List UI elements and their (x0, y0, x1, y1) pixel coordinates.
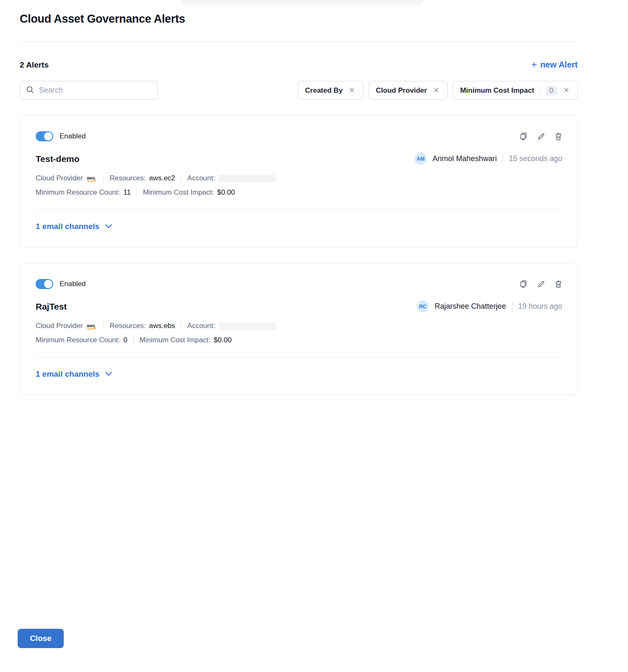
filter-chip-cloud-provider[interactable]: Cloud Provider ✕ (368, 81, 448, 100)
meta-row-thresholds: Minimum Resource Count: 11 Minimum Cost … (36, 188, 562, 197)
chevron-down-icon (105, 370, 112, 378)
plus-icon: + (531, 60, 537, 70)
filter-chip-created-by[interactable]: Created By ✕ (298, 81, 363, 100)
min-cost-impact-label: Minimum Cost Impact: (143, 188, 214, 197)
email-channels-expander[interactable]: 1 email channels (36, 358, 562, 395)
email-channels-label: 1 email channels (36, 222, 99, 231)
updated-timestamp: 15 seconds ago (509, 154, 562, 163)
author-name: Anmol Maheshwari (433, 154, 497, 163)
alert-name: Test-demo (36, 154, 80, 164)
divider (503, 154, 503, 164)
svg-text:aws: aws (87, 323, 95, 328)
divider (512, 301, 512, 312)
close-icon[interactable]: ✕ (348, 86, 356, 95)
status-label: Enabled (60, 132, 86, 141)
min-cost-impact-value: $0.00 (217, 188, 235, 197)
svg-text:aws: aws (87, 175, 95, 180)
provider-label: Cloud Provider (36, 322, 83, 330)
duplicate-button[interactable] (519, 280, 527, 288)
count-row: 2 Alerts + new Alert (20, 60, 578, 70)
resources-value: aws.ec2 (149, 174, 175, 182)
filter-row: Created By ✕ Cloud Provider ✕ Minimum Co… (20, 81, 578, 100)
avatar: AM (415, 153, 427, 165)
enabled-toggle[interactable] (36, 279, 53, 289)
resources-label: Resources: (109, 322, 145, 330)
aws-icon: aws (86, 323, 97, 331)
card-title-row: RajTest RC Rajarshee Chatterjee 19 hours… (36, 300, 562, 313)
toggle-knob (44, 280, 52, 288)
filter-chip-label: Cloud Provider (376, 86, 427, 95)
card-actions (519, 280, 562, 288)
meta-row-thresholds: Minimum Resource Count: 0 Minimum Cost I… (36, 336, 562, 344)
email-channels-expander[interactable]: 1 email channels (36, 210, 562, 247)
edit-button[interactable] (537, 280, 545, 288)
divider (103, 322, 104, 330)
meta-row-provider: Cloud Provider aws Resources: aws.ebs Ac… (36, 322, 562, 330)
divider (103, 174, 104, 182)
delete-button[interactable] (555, 280, 562, 288)
search-input[interactable] (39, 86, 151, 95)
close-button[interactable]: Close (18, 629, 64, 648)
page-title: Cloud Asset Governance Alerts (20, 13, 578, 26)
author-block: AM Anmol Maheshwari 15 seconds ago (415, 153, 562, 165)
account-label: Account: (187, 174, 215, 182)
meta-row-provider: Cloud Provider aws Resources: aws.ec2 Ac… (36, 174, 562, 182)
new-alert-button[interactable]: + new Alert (531, 60, 578, 70)
account-value-redacted (218, 322, 276, 330)
duplicate-button[interactable] (519, 132, 527, 141)
toggle-wrap: Enabled (36, 279, 86, 289)
aws-icon: aws (86, 175, 97, 183)
avatar: RC (417, 300, 429, 313)
alerts-count: 2 Alerts (20, 60, 49, 70)
account-value-redacted (218, 175, 276, 182)
min-resource-count-value: 11 (123, 188, 131, 197)
toggle-wrap: Enabled (36, 131, 86, 141)
provider-label: Cloud Provider (36, 174, 83, 182)
delete-button[interactable] (555, 132, 562, 141)
filter-chip-label: Minimum Cost Impact (460, 86, 535, 95)
status-label: Enabled (60, 280, 86, 288)
filter-chip-min-cost-impact[interactable]: Minimum Cost Impact 0 ✕ (453, 81, 578, 100)
min-cost-impact-label: Minimum Cost Impact: (140, 336, 210, 344)
filter-chip-value: 0 (545, 86, 557, 96)
enabled-toggle[interactable] (36, 131, 53, 141)
divider (181, 174, 182, 182)
account-label: Account: (187, 322, 215, 330)
author-block: RC Rajarshee Chatterjee 19 hours ago (417, 300, 562, 313)
card-actions (519, 132, 562, 141)
alert-name: RajTest (36, 302, 67, 312)
author-name: Rajarshee Chatterjee (435, 302, 506, 311)
title-divider (20, 42, 578, 42)
edit-button[interactable] (537, 132, 545, 141)
divider (137, 188, 137, 197)
divider (133, 336, 134, 344)
min-resource-count-value: 0 (123, 336, 127, 344)
card-top-row: Enabled (36, 131, 562, 141)
close-icon[interactable]: ✕ (563, 86, 570, 95)
min-cost-impact-value: $0.00 (214, 336, 232, 344)
close-icon[interactable]: ✕ (432, 86, 440, 95)
new-alert-label: new Alert (540, 60, 578, 70)
alert-card-test-demo: Enabled (20, 115, 578, 247)
alerts-panel: Cloud Asset Governance Alerts 2 Alerts +… (20, 0, 578, 395)
chip-separator (540, 86, 540, 95)
card-top-row: Enabled (36, 279, 562, 289)
search-box[interactable] (20, 81, 158, 100)
toggle-knob (44, 132, 52, 141)
divider (181, 322, 182, 330)
filter-chips: Created By ✕ Cloud Provider ✕ Minimum Co… (298, 81, 578, 100)
card-title-row: Test-demo AM Anmol Maheshwari 15 seconds… (36, 153, 562, 165)
alert-card-rajtest: Enabled (20, 263, 578, 395)
resources-value: aws.ebs (149, 322, 175, 330)
min-resource-count-label: Minimum Resource Count: (36, 188, 120, 197)
email-channels-label: 1 email channels (36, 370, 99, 379)
resources-label: Resources: (109, 174, 145, 182)
filter-chip-label: Created By (305, 86, 343, 95)
updated-timestamp: 19 hours ago (518, 302, 562, 311)
chevron-down-icon (105, 223, 112, 230)
min-resource-count-label: Minimum Resource Count: (36, 336, 120, 344)
search-icon (26, 86, 34, 96)
